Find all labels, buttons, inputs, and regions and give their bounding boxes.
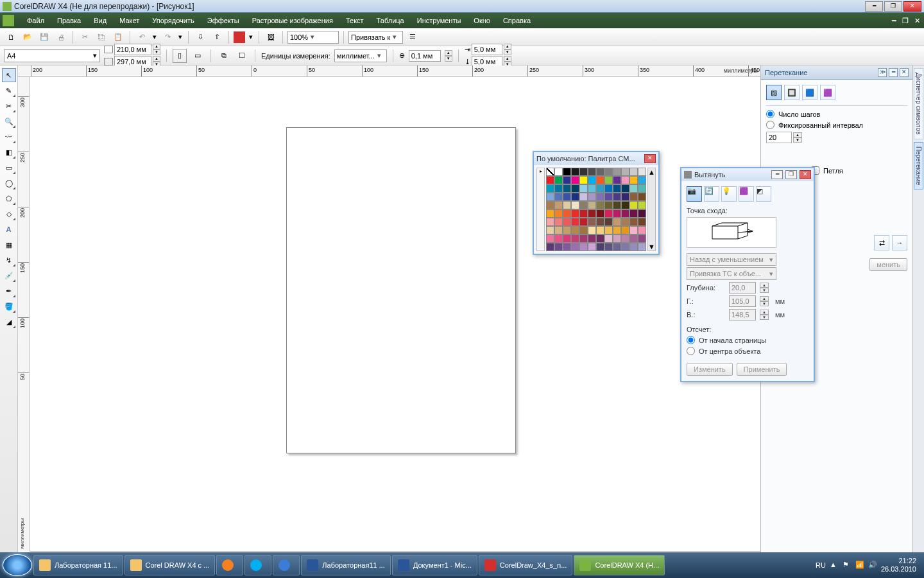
color-swatch[interactable] xyxy=(546,176,554,184)
color-swatch[interactable] xyxy=(596,209,604,218)
extrude-maximize-button[interactable]: ❐ xyxy=(785,170,797,179)
color-swatch[interactable] xyxy=(588,176,596,184)
color-swatch[interactable] xyxy=(546,201,554,209)
color-swatch[interactable] xyxy=(629,243,638,251)
spin-down-icon[interactable]: ▼ xyxy=(153,49,160,55)
ext-tab-color[interactable]: 🟪 xyxy=(739,186,754,202)
color-swatch[interactable] xyxy=(613,184,621,193)
color-swatch[interactable] xyxy=(554,201,563,209)
color-swatch[interactable] xyxy=(579,193,588,201)
color-swatch[interactable] xyxy=(554,218,563,226)
color-swatch[interactable] xyxy=(579,184,588,193)
color-swatch[interactable] xyxy=(579,226,588,234)
maximize-button[interactable]: ❐ xyxy=(884,1,902,12)
ext-tab-rotation[interactable]: 🔄 xyxy=(704,186,719,202)
new-button[interactable]: 🗋 xyxy=(4,30,18,44)
color-swatch[interactable] xyxy=(563,218,571,226)
color-swatch[interactable] xyxy=(629,176,638,184)
menu-file[interactable]: Файл xyxy=(21,15,51,26)
close-button[interactable]: ✕ xyxy=(903,1,921,12)
blend-start-button[interactable]: → xyxy=(892,235,907,250)
taskbar-item[interactable]: Corel DRAW X4 c ... xyxy=(124,555,216,575)
color-swatch[interactable] xyxy=(613,209,621,218)
docker-minimize-button[interactable]: ━ xyxy=(889,68,898,77)
docker-collapse-button[interactable]: ≫ xyxy=(878,68,887,77)
color-swatch[interactable] xyxy=(554,168,563,176)
language-indicator[interactable]: RU xyxy=(816,561,826,569)
menu-bitmaps[interactable]: Растровые изображения xyxy=(246,15,339,26)
paste-button[interactable]: 📋 xyxy=(111,30,125,44)
color-swatch[interactable] xyxy=(563,193,571,201)
blend-docker-header[interactable]: Перетекание ≫ ━ ✕ xyxy=(761,66,912,80)
color-swatch[interactable] xyxy=(563,234,571,243)
color-swatch[interactable] xyxy=(546,193,554,201)
menu-table[interactable]: Таблица xyxy=(370,15,411,26)
steps-radio[interactable] xyxy=(766,110,774,118)
color-swatch[interactable] xyxy=(629,218,638,226)
palette-menu-button[interactable]: ▸ xyxy=(536,168,545,251)
outline-tool[interactable]: ✒ xyxy=(2,284,16,298)
spin-down-icon[interactable]: ▼ xyxy=(760,315,769,320)
options-button[interactable]: ☰ xyxy=(406,30,420,44)
color-swatch[interactable] xyxy=(629,193,638,201)
menu-edit[interactable]: Правка xyxy=(51,15,87,26)
menu-effects[interactable]: Эффекты xyxy=(201,15,246,26)
color-swatch[interactable] xyxy=(563,201,571,209)
color-swatch[interactable] xyxy=(571,209,579,218)
color-swatch[interactable] xyxy=(588,201,596,209)
blend-misc-tab[interactable]: 🟪 xyxy=(820,85,835,100)
color-swatch[interactable] xyxy=(596,176,604,184)
color-swatch[interactable] xyxy=(629,226,638,234)
open-button[interactable]: 📂 xyxy=(21,30,35,44)
color-palette-window[interactable]: По умолчанию: Палитра CM... ✕ ▸ ▲▼ xyxy=(533,151,660,255)
taskbar-item[interactable]: Документ1 - Mic... xyxy=(392,555,477,575)
color-swatch[interactable] xyxy=(554,176,563,184)
color-swatch[interactable] xyxy=(571,184,579,193)
color-swatch[interactable] xyxy=(554,184,563,193)
edit-button[interactable]: Изменить xyxy=(687,363,733,376)
color-swatch[interactable] xyxy=(604,226,613,234)
color-swatch[interactable] xyxy=(588,226,596,234)
ext-tab-light[interactable]: 💡 xyxy=(721,186,737,202)
ellipse-tool[interactable]: ◯ xyxy=(2,176,16,190)
dup-x-input[interactable] xyxy=(472,44,502,55)
color-swatch[interactable] xyxy=(613,243,621,251)
redo-drop-icon[interactable]: ▾ xyxy=(177,30,184,44)
color-swatch[interactable] xyxy=(546,168,554,176)
corel-app-icon[interactable] xyxy=(3,15,14,26)
table-tool[interactable]: ▦ xyxy=(2,238,16,252)
current-page-button[interactable]: ☐ xyxy=(235,49,249,63)
color-swatch[interactable] xyxy=(621,193,629,201)
color-swatch[interactable] xyxy=(604,218,613,226)
copy-button[interactable]: ⿻ xyxy=(94,30,108,44)
text-tool[interactable]: A xyxy=(2,222,16,236)
color-swatch[interactable] xyxy=(596,168,604,176)
spin-up-icon[interactable]: ▲ xyxy=(153,44,160,49)
menu-arrange[interactable]: Упорядочить xyxy=(146,15,200,26)
docker-tab-symbols[interactable]: Диспетчер символов xyxy=(914,68,923,139)
palette-scrollbar[interactable]: ▲▼ xyxy=(647,168,656,251)
color-swatch[interactable] xyxy=(613,193,621,201)
color-swatch[interactable] xyxy=(596,243,604,251)
color-swatch[interactable] xyxy=(546,184,554,193)
docker-close-button[interactable]: ✕ xyxy=(900,68,909,77)
color-swatch[interactable] xyxy=(604,184,613,193)
color-swatch[interactable] xyxy=(621,176,629,184)
color-swatch[interactable] xyxy=(596,201,604,209)
landscape-button[interactable]: ▭ xyxy=(191,49,205,63)
vanishing-preview[interactable] xyxy=(687,217,776,248)
minimize-button[interactable]: ━ xyxy=(865,1,883,12)
crop-tool[interactable]: ✂ xyxy=(2,99,16,113)
color-swatch[interactable] xyxy=(604,193,613,201)
color-swatch[interactable] xyxy=(571,168,579,176)
spin-down-icon[interactable]: ▼ xyxy=(793,137,802,143)
apply-button[interactable]: менить xyxy=(869,258,907,271)
color-swatch[interactable] xyxy=(571,201,579,209)
color-swatch[interactable] xyxy=(621,201,629,209)
color-swatch[interactable] xyxy=(579,168,588,176)
zoom-combo[interactable]: 100% ▾ xyxy=(287,31,339,44)
color-swatch[interactable] xyxy=(629,168,638,176)
taskbar-item[interactable]: CorelDraw_X4_s_n... xyxy=(479,555,573,575)
spin-up-icon[interactable]: ▲ xyxy=(760,310,769,315)
spin-up-icon[interactable]: ▲ xyxy=(760,296,769,301)
